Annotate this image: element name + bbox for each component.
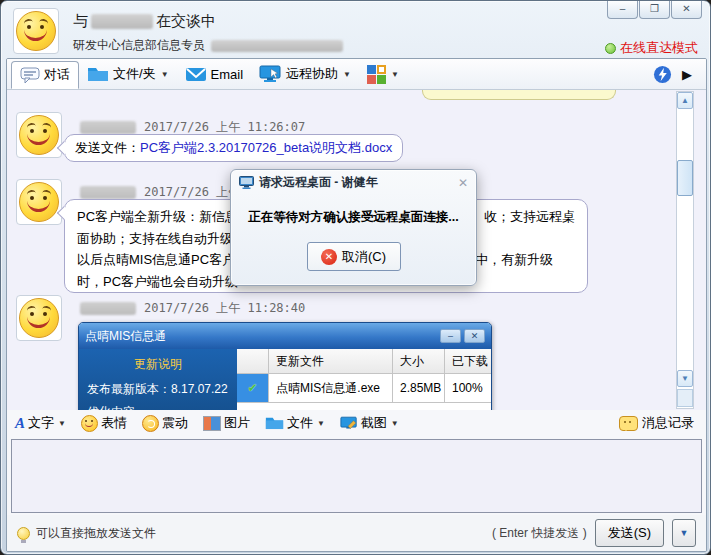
updater-controls: – ✕	[440, 329, 485, 343]
message-bubble: 发送文件：PC客户端2.3.20170726_beta说明文档.docx	[64, 134, 403, 162]
smiley-face-icon	[19, 115, 59, 155]
chat-scrollbar[interactable]: ▲ ▼	[676, 91, 694, 409]
table-header-check	[237, 349, 269, 373]
tab-chat[interactable]: 对话	[11, 61, 79, 89]
toolbar-remote-assist-button[interactable]: 远程协助 ▼	[251, 59, 359, 89]
status-bar: 可以直接拖放发送文件 ( Enter 快捷发送 ) 发送(S) ▼	[7, 515, 706, 551]
enter-hint: ( Enter 快捷发送 )	[492, 525, 587, 542]
message-input[interactable]	[11, 439, 702, 513]
remote-desktop-dialog: 请求远程桌面 - 谢健年 ✕ 正在等待对方确认接受远程桌面连接... ✕ 取消(…	[230, 169, 477, 286]
file-button[interactable]: 文件 ▼	[265, 414, 325, 432]
toolbar-apps-button[interactable]: ▼	[359, 59, 407, 89]
tab-chat-label: 对话	[44, 66, 70, 84]
image-label: 图片	[224, 414, 250, 432]
toolbar-email-button[interactable]: Email	[177, 59, 252, 89]
smiley-face-icon	[19, 182, 59, 222]
minimize-button[interactable]: –	[607, 1, 638, 19]
tip-text: 可以直接拖放发送文件	[36, 525, 156, 542]
shake-icon	[142, 415, 159, 432]
composer-toolbar: A 文字 ▼ 表情 震动 图片 文件 ▼	[7, 410, 706, 436]
table-row: ✔ 点晴MIS信息通.exe 2.85MB 100%	[237, 374, 491, 403]
dropdown-caret-icon: ▼	[317, 419, 325, 428]
screen: 与 在交谈中 研发中心信息部信息专员 – ❐ ✕ 在线直达模式	[0, 0, 711, 555]
shake-label: 震动	[162, 414, 188, 432]
updater-window-image[interactable]: 点晴MIS信息通 – ✕ 更新说明 发布最新版本：8.17.07.22 优化内容…	[78, 322, 492, 411]
toolbar-files-label: 文件/夹	[113, 65, 156, 83]
dialog-message: 正在等待对方确认接受远程桌面连接...	[231, 209, 476, 226]
dropdown-caret-icon: ▼	[391, 419, 399, 428]
history-label: 消息记录	[642, 414, 694, 432]
updater-close-icon: ✕	[464, 329, 485, 343]
avatar[interactable]	[16, 295, 62, 341]
toolbar-files-button[interactable]: 文件/夹 ▼	[79, 59, 177, 89]
dropdown-caret-icon: ▼	[343, 70, 351, 79]
top-toolbar: 对话 文件/夹 ▼ Email	[7, 59, 706, 90]
smiley-face-icon	[16, 11, 56, 51]
dialog-titlebar: 请求远程桌面 - 谢健年 ✕	[231, 170, 476, 193]
screenshot-label: 截图	[361, 414, 387, 432]
window-controls: – ❐ ✕	[606, 1, 702, 19]
send-button[interactable]: 发送(S)	[595, 519, 664, 547]
table-header-row: 更新文件 大小 已下载	[237, 349, 491, 374]
drag-drop-tip: 可以直接拖放发送文件	[17, 525, 156, 542]
message-history-button[interactable]: 消息记录	[619, 414, 706, 432]
dropdown-caret-icon: ▼	[391, 70, 399, 79]
avatar[interactable]	[16, 179, 62, 225]
chat-history[interactable]: 2017/7/26 上午 11:26:07 发送文件：PC客户端2.3.2017…	[7, 90, 706, 411]
redacted-sender-name	[80, 121, 136, 134]
message-text: 收；支持远程桌	[484, 206, 575, 228]
maximize-button[interactable]: ❐	[639, 1, 670, 19]
dialog-close-icon[interactable]: ✕	[458, 176, 468, 190]
close-button[interactable]: ✕	[671, 1, 702, 19]
history-bubble-icon	[619, 416, 638, 431]
main-panel: 对话 文件/夹 ▼ Email	[6, 58, 707, 552]
message-text: 中，有新升级	[475, 249, 553, 271]
screenshot-button[interactable]: 截图 ▼	[340, 414, 399, 432]
updater-minimize-icon: –	[440, 329, 461, 343]
toolbar-right-group: ▶	[653, 59, 706, 89]
dropdown-caret-icon: ▼	[161, 70, 169, 79]
message-text: PC客户端全新升级：新信息	[77, 206, 238, 228]
cancel-button[interactable]: ✕ 取消(C)	[307, 242, 401, 271]
title-suffix: 在交谈中	[156, 12, 216, 31]
emoji-icon	[81, 415, 98, 432]
redacted-contact-name	[91, 14, 153, 29]
redacted-sender-name	[80, 186, 136, 199]
send-options-button[interactable]: ▼	[672, 519, 696, 547]
table-cell-progress: 100%	[445, 374, 491, 402]
scrollbar-end-cap	[677, 389, 693, 407]
window-title: 与 在交谈中	[73, 12, 343, 31]
scroll-down-button[interactable]: ▼	[677, 370, 693, 387]
online-status-dot-icon	[605, 43, 616, 54]
email-icon	[185, 67, 207, 82]
chat-bubble-icon	[20, 67, 40, 84]
message-timestamp: 2017/7/26 上午 11:28:40	[144, 300, 305, 317]
title-prefix: 与	[73, 12, 88, 31]
sync-icon[interactable]	[653, 65, 672, 84]
online-mode-indicator[interactable]: 在线直达模式	[605, 39, 698, 57]
font-label: 文字	[28, 414, 54, 432]
cancel-label: 取消(C)	[342, 248, 386, 266]
table-cell-size: 2.85MB	[393, 374, 445, 402]
scrollbar-thumb[interactable]	[677, 160, 693, 196]
updater-notes-panel: 更新说明 发布最新版本：8.17.07.22 优化内容：	[79, 349, 237, 411]
updater-body: 更新说明 发布最新版本：8.17.07.22 优化内容： 更新文件 大小 已下载…	[79, 349, 491, 411]
expand-arrow-icon[interactable]: ▶	[682, 67, 692, 82]
online-mode-label: 在线直达模式	[620, 39, 698, 57]
image-button[interactable]: 图片	[203, 414, 250, 432]
scroll-up-button[interactable]: ▲	[677, 92, 693, 109]
redacted-signature	[211, 40, 343, 52]
titlebar: 与 在交谈中 研发中心信息部信息专员 – ❐ ✕ 在线直达模式	[1, 1, 711, 58]
avatar[interactable]	[16, 112, 62, 158]
font-button[interactable]: A 文字 ▼	[15, 414, 66, 432]
updater-version-line: 发布最新版本：8.17.07.22	[87, 381, 229, 398]
emoji-button[interactable]: 表情	[81, 414, 127, 432]
message-text: 时，PC客户端也会自动升级	[77, 271, 238, 293]
avatar[interactable]	[13, 8, 59, 54]
contact-role: 研发中心信息部信息专员	[73, 37, 205, 54]
folder-icon	[265, 416, 284, 430]
file-link[interactable]: PC客户端2.3.20170726_beta说明文档.docx	[140, 140, 392, 155]
file-label: 文件	[287, 414, 313, 432]
shake-button[interactable]: 震动	[142, 414, 188, 432]
screenshot-icon	[340, 416, 358, 431]
